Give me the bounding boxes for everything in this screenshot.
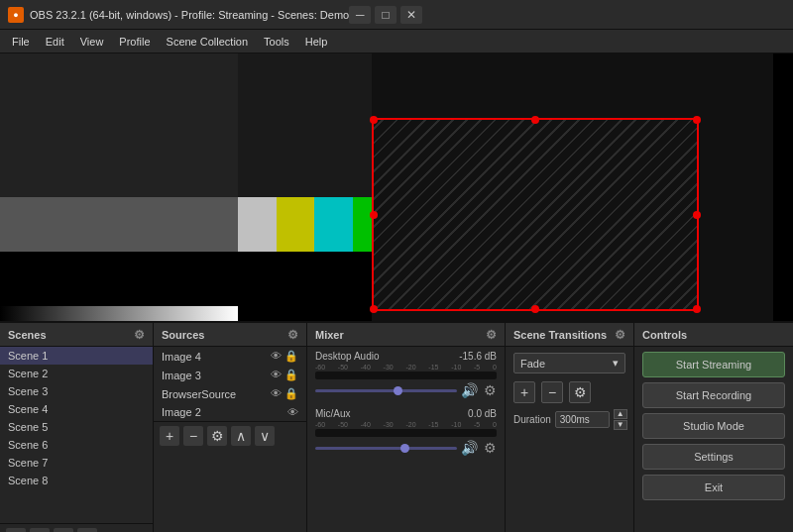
duration-up-button[interactable]: ▲ xyxy=(614,409,627,419)
color-bars-top xyxy=(238,197,372,254)
menu-file[interactable]: File xyxy=(4,34,38,50)
mixer-panel: Mixer ⚙ Desktop Audio -15.6 dB -60-50-40… xyxy=(307,323,506,532)
remove-scene-button[interactable]: − xyxy=(30,528,50,532)
remove-transition-button[interactable]: − xyxy=(541,381,563,403)
mic-aux-controls: 🔊 ⚙ xyxy=(315,440,497,456)
add-scene-button[interactable]: + xyxy=(6,528,26,532)
transitions-title: Scene Transitions xyxy=(513,329,607,341)
menu-view[interactable]: View xyxy=(72,34,112,50)
menu-edit[interactable]: Edit xyxy=(38,34,72,50)
scene-up-button[interactable]: ∧ xyxy=(54,528,73,532)
source-item-image2[interactable]: Image 2 👁 xyxy=(154,403,306,421)
handle-right-mid[interactable] xyxy=(693,211,701,219)
lock-icon-image3[interactable]: 🔒 xyxy=(284,369,298,381)
transitions-header: Scene Transitions ⚙ xyxy=(506,323,633,347)
scenes-settings-icon[interactable]: ⚙ xyxy=(134,328,145,342)
scene-item-3[interactable]: Scene 3 xyxy=(0,382,153,400)
handle-top-right[interactable] xyxy=(693,116,701,124)
mic-aux-thumb[interactable] xyxy=(400,444,409,453)
start-recording-button[interactable]: Start Recording xyxy=(642,382,785,408)
scene-item-2[interactable]: Scene 2 xyxy=(0,365,153,382)
sources-list: Image 4 👁 🔒 Image 3 👁 🔒 BrowserSource 👁 … xyxy=(154,347,306,421)
source-settings-button[interactable]: ⚙ xyxy=(207,426,227,446)
handle-top-mid[interactable] xyxy=(531,116,539,124)
mic-aux-slider[interactable] xyxy=(315,447,457,450)
lock-icon-browser[interactable]: 🔒 xyxy=(284,387,298,400)
preview-black-right xyxy=(773,53,793,321)
scene-item-5[interactable]: Scene 5 xyxy=(0,418,153,436)
scene-item-1[interactable]: Scene 1 xyxy=(0,347,153,365)
controls-header: Controls xyxy=(634,323,793,347)
chevron-down-icon: ▾ xyxy=(613,357,619,370)
close-button[interactable]: ✕ xyxy=(400,6,422,24)
sources-title: Sources xyxy=(162,329,204,341)
source-up-button[interactable]: ∧ xyxy=(231,426,251,446)
fade-select[interactable]: Fade ▾ xyxy=(513,353,625,373)
eye-icon-image3[interactable]: 👁 xyxy=(271,369,282,381)
desktop-audio-meter xyxy=(315,372,497,379)
start-streaming-button[interactable]: Start Streaming xyxy=(642,352,785,377)
sources-settings-icon[interactable]: ⚙ xyxy=(287,328,298,342)
mic-aux-mute[interactable]: 🔊 xyxy=(461,440,478,456)
scenes-title: Scenes xyxy=(8,329,47,341)
controls-title: Controls xyxy=(642,329,687,341)
preview-area xyxy=(0,53,793,321)
desktop-audio-controls: 🔊 ⚙ xyxy=(315,382,497,398)
mic-aux-icons: 🔊 ⚙ xyxy=(461,440,497,456)
duration-input[interactable] xyxy=(555,411,610,428)
source-item-browsersource[interactable]: BrowserSource 👁 🔒 xyxy=(154,384,306,403)
preview-gray-block xyxy=(0,197,238,252)
exit-button[interactable]: Exit xyxy=(642,475,785,500)
titlebar: ● OBS 23.2.1 (64-bit, windows) - Profile… xyxy=(0,0,793,30)
source-item-image4[interactable]: Image 4 👁 🔒 xyxy=(154,347,306,366)
transition-settings-button[interactable]: ⚙ xyxy=(569,381,591,403)
controls-panel: Controls Start Streaming Start Recording… xyxy=(634,323,793,532)
mixer-settings-icon[interactable]: ⚙ xyxy=(486,328,497,342)
mic-aux-ticks: -60-50-40-30-20-15-10-50 xyxy=(315,421,497,428)
window-title: OBS 23.2.1 (64-bit, windows) - Profile: … xyxy=(30,9,349,21)
desktop-audio-ticks: -60-50-40-30-20-15-10-50 xyxy=(315,364,497,371)
desktop-audio-icons: 🔊 ⚙ xyxy=(461,382,497,398)
desktop-audio-mute[interactable]: 🔊 xyxy=(461,382,478,398)
scene-item-7[interactable]: Scene 7 xyxy=(0,454,153,472)
desktop-audio-thumb[interactable] xyxy=(394,386,402,395)
studio-mode-button[interactable]: Studio Mode xyxy=(642,413,785,439)
app-icon: ● xyxy=(8,7,24,23)
mic-aux-settings[interactable]: ⚙ xyxy=(484,440,497,456)
eye-icon-image4[interactable]: 👁 xyxy=(271,350,282,363)
add-transition-button[interactable]: + xyxy=(513,381,535,403)
scene-item-4[interactable]: Scene 4 xyxy=(0,400,153,418)
settings-button[interactable]: Settings xyxy=(642,444,785,470)
remove-source-button[interactable]: − xyxy=(183,426,203,446)
duration-down-button[interactable]: ▼ xyxy=(614,420,627,430)
scenes-footer: + − ∧ ∨ xyxy=(0,523,153,532)
mixer-title: Mixer xyxy=(315,329,344,341)
sources-footer: + − ⚙ ∧ ∨ xyxy=(154,421,306,450)
selection-box[interactable] xyxy=(372,118,699,311)
eye-icon-image2[interactable]: 👁 xyxy=(287,406,298,418)
menu-scene-collection[interactable]: Scene Collection xyxy=(159,34,257,50)
desktop-audio-label: Desktop Audio -15.6 dB xyxy=(315,351,497,362)
transitions-settings-icon[interactable]: ⚙ xyxy=(615,328,625,342)
menu-help[interactable]: Help xyxy=(297,34,336,50)
handle-bottom-right[interactable] xyxy=(693,305,701,313)
add-source-button[interactable]: + xyxy=(160,426,179,446)
handle-bottom-mid[interactable] xyxy=(531,305,539,313)
eye-icon-browser[interactable]: 👁 xyxy=(271,387,282,400)
minimize-button[interactable]: ─ xyxy=(349,6,371,24)
desktop-audio-settings[interactable]: ⚙ xyxy=(484,382,497,398)
source-icons-image3: 👁 🔒 xyxy=(271,369,298,381)
source-item-image3[interactable]: Image 3 👁 🔒 xyxy=(154,366,306,384)
scene-item-6[interactable]: Scene 6 xyxy=(0,436,153,454)
menu-tools[interactable]: Tools xyxy=(256,34,297,50)
scene-item-8[interactable]: Scene 8 xyxy=(0,472,153,489)
lock-icon-image4[interactable]: 🔒 xyxy=(284,350,298,363)
menubar: File Edit View Profile Scene Collection … xyxy=(0,30,793,53)
menu-profile[interactable]: Profile xyxy=(111,34,158,50)
maximize-button[interactable]: □ xyxy=(375,6,396,24)
source-down-button[interactable]: ∨ xyxy=(255,426,275,446)
sources-panel: Sources ⚙ Image 4 👁 🔒 Image 3 👁 🔒 Browse… xyxy=(154,323,307,532)
scene-down-button[interactable]: ∨ xyxy=(77,528,97,532)
desktop-audio-slider[interactable] xyxy=(315,389,457,392)
mic-aux-meter xyxy=(315,429,497,437)
